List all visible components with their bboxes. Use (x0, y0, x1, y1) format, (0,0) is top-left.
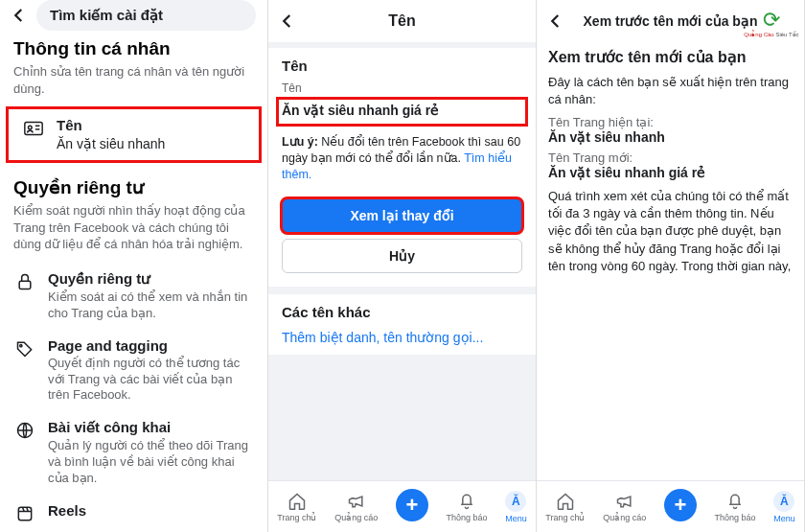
svg-rect-7 (18, 507, 31, 520)
menu-icon: Ă (505, 491, 526, 512)
nav-notif[interactable]: Thông báo (714, 492, 755, 522)
field-label-name: Tên (268, 74, 536, 97)
panel-edit-name: Tên Tên Tên Ăn vặt siêu nhanh giá rẻ Lưu… (268, 0, 537, 532)
nav-create[interactable]: + (664, 493, 697, 521)
other-names-label: Các tên khác (268, 294, 536, 320)
public-title: Bài viết công khai (48, 419, 254, 436)
section-sub-privacy: Kiểm soát người nhìn thấy hoạt động của … (13, 202, 254, 253)
reels-icon (13, 502, 36, 525)
svg-rect-4 (19, 281, 31, 289)
header: Tên (268, 0, 536, 42)
svg-point-5 (20, 344, 22, 346)
nav-menu[interactable]: ĂMenu (505, 491, 527, 523)
globe-icon (13, 419, 36, 442)
privacy-row[interactable]: Quyền riêng tư Kiểm soát ai có thể xem v… (0, 263, 267, 330)
name-value: Ăn vặt siêu nhanh (57, 135, 245, 152)
review-button[interactable]: Xem lại thay đổi (282, 198, 522, 233)
nav-ads[interactable]: Quảng cáo (603, 492, 646, 522)
lock-icon (13, 270, 36, 293)
reels-title: Reels (48, 502, 254, 519)
nav-home[interactable]: Trang chủ (545, 492, 585, 522)
name-label: Tên (57, 117, 245, 133)
plus-icon: + (664, 489, 697, 521)
panel-settings: Tìm kiếm cài đặt Thông tin cá nhân Chỉnh… (0, 0, 268, 532)
bottom-nav: Trang chủ Quảng cáo + Thông báo ĂMenu (268, 480, 536, 532)
header: Tìm kiếm cài đặt (0, 0, 267, 31)
card-label-name: Tên (268, 48, 536, 74)
public-posts-row[interactable]: Bài viết công khai Quản lý người có thể … (0, 411, 267, 495)
info-block-1: Quá trình xem xét của chúng tôi có thể m… (548, 188, 793, 275)
tagging-row[interactable]: Page and tagging Quyết định người có thể… (0, 330, 267, 412)
note-text: Lưu ý: Nếu đổi tên trên Facebook thì sau… (268, 132, 536, 193)
privacy-sub: Kiểm soát ai có thể xem và nhắn tin cho … (48, 289, 254, 322)
panel-preview-name: ⟳ Quảng Cáo Siêu Tốc Xem trước tên mới c… (537, 0, 805, 532)
section-heading: Xem trước tên mới của bạn (548, 48, 793, 66)
nav-create[interactable]: + (396, 493, 428, 521)
section-title-personal: Thông tin cá nhân (13, 38, 254, 59)
menu-icon: Ă (773, 491, 794, 512)
page-title: Tên (274, 12, 530, 30)
back-icon[interactable] (6, 2, 33, 29)
plus-icon: + (396, 489, 428, 521)
section-title-privacy: Quyền riêng tư (13, 176, 254, 198)
bottom-nav: Trang chủ Quảng cáo + Thông báo ĂMenu (537, 480, 804, 532)
privacy-title: Quyền riêng tư (48, 270, 254, 288)
watermark-logo: ⟳ Quảng Cáo Siêu Tốc (743, 4, 800, 42)
nav-home[interactable]: Trang chủ (277, 492, 316, 522)
new-name-label: Tên Trang mới: (548, 150, 793, 165)
svg-point-1 (29, 126, 33, 129)
nav-notif[interactable]: Thông báo (446, 492, 487, 522)
new-name-value: Ăn vặt siêu nhanh giá rẻ (548, 165, 793, 180)
cancel-button[interactable]: Hủy (282, 239, 522, 273)
reels-row[interactable]: Reels (0, 495, 267, 532)
nav-ads[interactable]: Quảng cáo (334, 492, 378, 522)
name-input[interactable]: Ăn vặt siêu nhanh giá rẻ (278, 99, 526, 125)
current-name-label: Tên Trang hiện tại: (548, 115, 793, 129)
id-card-icon (22, 117, 45, 140)
tag-sub: Quyết định người có thể tương tác với Tr… (48, 356, 254, 405)
public-sub: Quản lý người có thể theo dõi Trang và b… (48, 438, 254, 487)
lead-text: Đây là cách tên bạn sẽ xuất hiện trên tr… (548, 74, 793, 107)
nav-menu[interactable]: ĂMenu (773, 491, 795, 523)
add-nickname-link[interactable]: Thêm biệt danh, tên thường gọi... (268, 320, 536, 355)
tag-icon (13, 337, 36, 360)
section-sub-personal: Chỉnh sửa tên trang cá nhân và tên người… (13, 63, 254, 97)
name-row[interactable]: Tên Ăn vặt siêu nhanh (6, 106, 262, 163)
search-input[interactable]: Tìm kiếm cài đặt (36, 0, 256, 31)
current-name-value: Ăn vặt siêu nhanh (548, 129, 793, 145)
tag-title: Page and tagging (48, 337, 254, 354)
